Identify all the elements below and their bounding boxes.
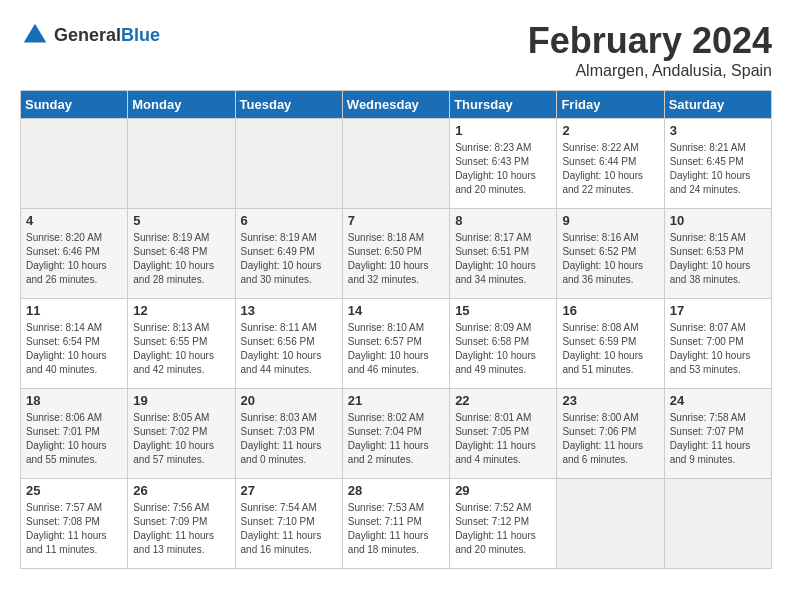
- day-number: 28: [348, 483, 444, 498]
- calendar-cell: 10Sunrise: 8:15 AMSunset: 6:53 PMDayligh…: [664, 209, 771, 299]
- day-number: 12: [133, 303, 229, 318]
- day-info: Sunrise: 8:10 AMSunset: 6:57 PMDaylight:…: [348, 321, 444, 377]
- day-info: Sunrise: 8:08 AMSunset: 6:59 PMDaylight:…: [562, 321, 658, 377]
- calendar-cell: 15Sunrise: 8:09 AMSunset: 6:58 PMDayligh…: [450, 299, 557, 389]
- day-number: 26: [133, 483, 229, 498]
- calendar-cell: 21Sunrise: 8:02 AMSunset: 7:04 PMDayligh…: [342, 389, 449, 479]
- day-info: Sunrise: 8:05 AMSunset: 7:02 PMDaylight:…: [133, 411, 229, 467]
- day-number: 23: [562, 393, 658, 408]
- calendar-cell: 20Sunrise: 8:03 AMSunset: 7:03 PMDayligh…: [235, 389, 342, 479]
- day-number: 16: [562, 303, 658, 318]
- weekday-header: Wednesday: [342, 91, 449, 119]
- day-number: 13: [241, 303, 337, 318]
- calendar-cell: 28Sunrise: 7:53 AMSunset: 7:11 PMDayligh…: [342, 479, 449, 569]
- calendar-week-row: 25Sunrise: 7:57 AMSunset: 7:08 PMDayligh…: [21, 479, 772, 569]
- calendar-week-row: 11Sunrise: 8:14 AMSunset: 6:54 PMDayligh…: [21, 299, 772, 389]
- calendar-cell: 5Sunrise: 8:19 AMSunset: 6:48 PMDaylight…: [128, 209, 235, 299]
- calendar-cell: 19Sunrise: 8:05 AMSunset: 7:02 PMDayligh…: [128, 389, 235, 479]
- day-info: Sunrise: 8:07 AMSunset: 7:00 PMDaylight:…: [670, 321, 766, 377]
- weekday-header: Friday: [557, 91, 664, 119]
- calendar-cell: 1Sunrise: 8:23 AMSunset: 6:43 PMDaylight…: [450, 119, 557, 209]
- calendar-cell: [557, 479, 664, 569]
- day-info: Sunrise: 7:54 AMSunset: 7:10 PMDaylight:…: [241, 501, 337, 557]
- calendar-cell: 14Sunrise: 8:10 AMSunset: 6:57 PMDayligh…: [342, 299, 449, 389]
- day-number: 22: [455, 393, 551, 408]
- logo-icon: [20, 20, 50, 50]
- calendar-table: SundayMondayTuesdayWednesdayThursdayFrid…: [20, 90, 772, 569]
- calendar-week-row: 18Sunrise: 8:06 AMSunset: 7:01 PMDayligh…: [21, 389, 772, 479]
- day-number: 18: [26, 393, 122, 408]
- day-number: 17: [670, 303, 766, 318]
- calendar-cell: 17Sunrise: 8:07 AMSunset: 7:00 PMDayligh…: [664, 299, 771, 389]
- location-title: Almargen, Andalusia, Spain: [528, 62, 772, 80]
- calendar-cell: 22Sunrise: 8:01 AMSunset: 7:05 PMDayligh…: [450, 389, 557, 479]
- day-number: 10: [670, 213, 766, 228]
- calendar-cell: 6Sunrise: 8:19 AMSunset: 6:49 PMDaylight…: [235, 209, 342, 299]
- day-number: 3: [670, 123, 766, 138]
- calendar-cell: 16Sunrise: 8:08 AMSunset: 6:59 PMDayligh…: [557, 299, 664, 389]
- day-info: Sunrise: 8:01 AMSunset: 7:05 PMDaylight:…: [455, 411, 551, 467]
- calendar-cell: 18Sunrise: 8:06 AMSunset: 7:01 PMDayligh…: [21, 389, 128, 479]
- calendar-cell: 2Sunrise: 8:22 AMSunset: 6:44 PMDaylight…: [557, 119, 664, 209]
- day-number: 6: [241, 213, 337, 228]
- day-number: 15: [455, 303, 551, 318]
- calendar-header-row: SundayMondayTuesdayWednesdayThursdayFrid…: [21, 91, 772, 119]
- day-info: Sunrise: 7:57 AMSunset: 7:08 PMDaylight:…: [26, 501, 122, 557]
- calendar-cell: 24Sunrise: 7:58 AMSunset: 7:07 PMDayligh…: [664, 389, 771, 479]
- day-info: Sunrise: 8:06 AMSunset: 7:01 PMDaylight:…: [26, 411, 122, 467]
- day-info: Sunrise: 8:14 AMSunset: 6:54 PMDaylight:…: [26, 321, 122, 377]
- day-number: 19: [133, 393, 229, 408]
- day-number: 5: [133, 213, 229, 228]
- month-title: February 2024: [528, 20, 772, 62]
- calendar-cell: 27Sunrise: 7:54 AMSunset: 7:10 PMDayligh…: [235, 479, 342, 569]
- day-info: Sunrise: 8:00 AMSunset: 7:06 PMDaylight:…: [562, 411, 658, 467]
- calendar-week-row: 4Sunrise: 8:20 AMSunset: 6:46 PMDaylight…: [21, 209, 772, 299]
- calendar-cell: 8Sunrise: 8:17 AMSunset: 6:51 PMDaylight…: [450, 209, 557, 299]
- day-info: Sunrise: 8:18 AMSunset: 6:50 PMDaylight:…: [348, 231, 444, 287]
- day-number: 4: [26, 213, 122, 228]
- day-number: 25: [26, 483, 122, 498]
- day-info: Sunrise: 8:03 AMSunset: 7:03 PMDaylight:…: [241, 411, 337, 467]
- calendar-cell: [21, 119, 128, 209]
- calendar-cell: [128, 119, 235, 209]
- day-number: 9: [562, 213, 658, 228]
- day-info: Sunrise: 8:19 AMSunset: 6:48 PMDaylight:…: [133, 231, 229, 287]
- calendar-cell: 13Sunrise: 8:11 AMSunset: 6:56 PMDayligh…: [235, 299, 342, 389]
- day-number: 27: [241, 483, 337, 498]
- svg-marker-0: [24, 24, 47, 43]
- day-info: Sunrise: 8:09 AMSunset: 6:58 PMDaylight:…: [455, 321, 551, 377]
- calendar-cell: 26Sunrise: 7:56 AMSunset: 7:09 PMDayligh…: [128, 479, 235, 569]
- logo-text-blue: Blue: [121, 25, 160, 45]
- calendar-cell: [342, 119, 449, 209]
- day-info: Sunrise: 7:52 AMSunset: 7:12 PMDaylight:…: [455, 501, 551, 557]
- day-number: 2: [562, 123, 658, 138]
- weekday-header: Monday: [128, 91, 235, 119]
- day-info: Sunrise: 8:15 AMSunset: 6:53 PMDaylight:…: [670, 231, 766, 287]
- logo-text-general: General: [54, 25, 121, 45]
- day-number: 14: [348, 303, 444, 318]
- day-info: Sunrise: 8:23 AMSunset: 6:43 PMDaylight:…: [455, 141, 551, 197]
- day-number: 1: [455, 123, 551, 138]
- day-number: 21: [348, 393, 444, 408]
- day-info: Sunrise: 8:13 AMSunset: 6:55 PMDaylight:…: [133, 321, 229, 377]
- calendar-cell: 4Sunrise: 8:20 AMSunset: 6:46 PMDaylight…: [21, 209, 128, 299]
- day-info: Sunrise: 7:53 AMSunset: 7:11 PMDaylight:…: [348, 501, 444, 557]
- day-number: 20: [241, 393, 337, 408]
- calendar-cell: 12Sunrise: 8:13 AMSunset: 6:55 PMDayligh…: [128, 299, 235, 389]
- calendar-cell: 23Sunrise: 8:00 AMSunset: 7:06 PMDayligh…: [557, 389, 664, 479]
- day-number: 7: [348, 213, 444, 228]
- day-info: Sunrise: 8:21 AMSunset: 6:45 PMDaylight:…: [670, 141, 766, 197]
- calendar-cell: 7Sunrise: 8:18 AMSunset: 6:50 PMDaylight…: [342, 209, 449, 299]
- day-info: Sunrise: 8:11 AMSunset: 6:56 PMDaylight:…: [241, 321, 337, 377]
- day-info: Sunrise: 7:58 AMSunset: 7:07 PMDaylight:…: [670, 411, 766, 467]
- day-info: Sunrise: 8:02 AMSunset: 7:04 PMDaylight:…: [348, 411, 444, 467]
- title-section: February 2024 Almargen, Andalusia, Spain: [528, 20, 772, 80]
- page-header: GeneralBlue February 2024 Almargen, Anda…: [20, 20, 772, 80]
- day-number: 11: [26, 303, 122, 318]
- logo: GeneralBlue: [20, 20, 160, 50]
- weekday-header: Saturday: [664, 91, 771, 119]
- day-info: Sunrise: 7:56 AMSunset: 7:09 PMDaylight:…: [133, 501, 229, 557]
- weekday-header: Thursday: [450, 91, 557, 119]
- day-info: Sunrise: 8:19 AMSunset: 6:49 PMDaylight:…: [241, 231, 337, 287]
- calendar-cell: 9Sunrise: 8:16 AMSunset: 6:52 PMDaylight…: [557, 209, 664, 299]
